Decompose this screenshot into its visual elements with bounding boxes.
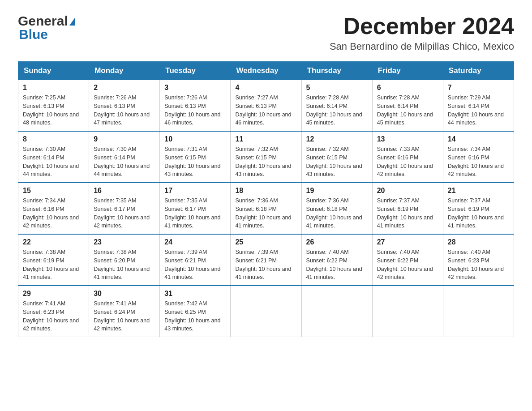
day-number: 29 — [23, 290, 84, 298]
calendar-cell: 6 Sunrise: 7:28 AMSunset: 6:14 PMDayligh… — [372, 80, 443, 132]
day-info: Sunrise: 7:34 AMSunset: 6:16 PMDaylight:… — [23, 197, 79, 229]
day-info: Sunrise: 7:25 AMSunset: 6:13 PMDaylight:… — [23, 94, 79, 126]
calendar-table: Sunday Monday Tuesday Wednesday Thursday… — [18, 61, 514, 337]
day-number: 20 — [377, 187, 438, 195]
day-number: 31 — [164, 290, 226, 298]
calendar-cell: 1 Sunrise: 7:25 AMSunset: 6:13 PMDayligh… — [18, 80, 89, 132]
calendar-cell: 13 Sunrise: 7:33 AMSunset: 6:16 PMDaylig… — [372, 131, 443, 183]
calendar-cell: 2 Sunrise: 7:26 AMSunset: 6:13 PMDayligh… — [89, 80, 160, 132]
day-info: Sunrise: 7:35 AMSunset: 6:17 PMDaylight:… — [94, 197, 150, 229]
col-sunday: Sunday — [18, 62, 89, 80]
calendar-cell: 16 Sunrise: 7:35 AMSunset: 6:17 PMDaylig… — [89, 183, 160, 234]
day-number: 12 — [306, 135, 368, 143]
calendar-cell: 19 Sunrise: 7:36 AMSunset: 6:18 PMDaylig… — [301, 183, 372, 234]
calendar-week-row: 15 Sunrise: 7:34 AMSunset: 6:16 PMDaylig… — [18, 183, 514, 234]
calendar-cell: 17 Sunrise: 7:35 AMSunset: 6:17 PMDaylig… — [160, 183, 231, 234]
calendar-cell: 27 Sunrise: 7:40 AMSunset: 6:22 PMDaylig… — [372, 234, 443, 286]
day-info: Sunrise: 7:41 AMSunset: 6:24 PMDaylight:… — [94, 300, 150, 332]
title-area: December 2024 San Bernardino de Milpilla… — [330, 13, 514, 52]
day-info: Sunrise: 7:28 AMSunset: 6:14 PMDaylight:… — [377, 94, 433, 126]
day-info: Sunrise: 7:26 AMSunset: 6:13 PMDaylight:… — [94, 94, 150, 126]
calendar-cell: 30 Sunrise: 7:41 AMSunset: 6:24 PMDaylig… — [89, 286, 160, 337]
day-number: 15 — [23, 187, 84, 195]
calendar-cell — [443, 286, 514, 337]
day-number: 9 — [94, 135, 155, 143]
calendar-cell: 5 Sunrise: 7:28 AMSunset: 6:14 PMDayligh… — [301, 80, 372, 132]
calendar-cell: 25 Sunrise: 7:39 AMSunset: 6:21 PMDaylig… — [231, 234, 301, 286]
day-number: 6 — [377, 84, 438, 92]
day-number: 17 — [164, 187, 226, 195]
day-number: 26 — [306, 238, 368, 246]
col-friday: Friday — [372, 62, 443, 80]
day-number: 8 — [23, 135, 84, 143]
calendar-week-row: 29 Sunrise: 7:41 AMSunset: 6:23 PMDaylig… — [18, 286, 514, 337]
day-number: 24 — [164, 238, 226, 246]
calendar-cell: 24 Sunrise: 7:39 AMSunset: 6:21 PMDaylig… — [160, 234, 231, 286]
day-info: Sunrise: 7:39 AMSunset: 6:21 PMDaylight:… — [164, 249, 220, 280]
day-number: 10 — [164, 135, 226, 143]
calendar-cell: 11 Sunrise: 7:32 AMSunset: 6:15 PMDaylig… — [231, 131, 301, 183]
calendar-cell — [372, 286, 443, 337]
day-number: 1 — [23, 84, 84, 92]
day-info: Sunrise: 7:40 AMSunset: 6:22 PMDaylight:… — [377, 249, 433, 280]
day-number: 14 — [448, 135, 509, 143]
calendar-week-row: 8 Sunrise: 7:30 AMSunset: 6:14 PMDayligh… — [18, 131, 514, 183]
day-info: Sunrise: 7:34 AMSunset: 6:16 PMDaylight:… — [448, 146, 504, 177]
calendar-cell: 29 Sunrise: 7:41 AMSunset: 6:23 PMDaylig… — [18, 286, 89, 337]
calendar-cell: 3 Sunrise: 7:26 AMSunset: 6:13 PMDayligh… — [160, 80, 231, 132]
calendar-subtitle: San Bernardino de Milpillas Chico, Mexic… — [330, 41, 514, 52]
day-info: Sunrise: 7:38 AMSunset: 6:19 PMDaylight:… — [23, 249, 79, 280]
calendar-cell — [301, 286, 372, 337]
calendar-cell: 4 Sunrise: 7:27 AMSunset: 6:13 PMDayligh… — [231, 80, 301, 132]
calendar-week-row: 1 Sunrise: 7:25 AMSunset: 6:13 PMDayligh… — [18, 80, 514, 132]
calendar-cell: 7 Sunrise: 7:29 AMSunset: 6:14 PMDayligh… — [443, 80, 514, 132]
logo-blue: Blue — [19, 27, 48, 42]
day-info: Sunrise: 7:28 AMSunset: 6:14 PMDaylight:… — [306, 94, 362, 126]
calendar-cell: 15 Sunrise: 7:34 AMSunset: 6:16 PMDaylig… — [18, 183, 89, 234]
day-number: 11 — [235, 135, 296, 143]
day-number: 18 — [235, 187, 296, 195]
calendar-week-row: 22 Sunrise: 7:38 AMSunset: 6:19 PMDaylig… — [18, 234, 514, 286]
day-number: 21 — [448, 187, 509, 195]
day-info: Sunrise: 7:39 AMSunset: 6:21 PMDaylight:… — [235, 249, 291, 280]
day-number: 2 — [94, 84, 155, 92]
day-info: Sunrise: 7:27 AMSunset: 6:13 PMDaylight:… — [235, 94, 291, 126]
day-number: 23 — [94, 238, 155, 246]
day-info: Sunrise: 7:37 AMSunset: 6:19 PMDaylight:… — [377, 197, 433, 229]
col-wednesday: Wednesday — [231, 62, 301, 80]
day-info: Sunrise: 7:40 AMSunset: 6:23 PMDaylight:… — [448, 249, 504, 280]
day-info: Sunrise: 7:37 AMSunset: 6:19 PMDaylight:… — [448, 197, 504, 229]
calendar-cell: 14 Sunrise: 7:34 AMSunset: 6:16 PMDaylig… — [443, 131, 514, 183]
day-number: 4 — [235, 84, 296, 92]
calendar-cell: 18 Sunrise: 7:36 AMSunset: 6:18 PMDaylig… — [231, 183, 301, 234]
day-info: Sunrise: 7:38 AMSunset: 6:20 PMDaylight:… — [94, 249, 150, 280]
day-number: 7 — [448, 84, 509, 92]
calendar-cell: 22 Sunrise: 7:38 AMSunset: 6:19 PMDaylig… — [18, 234, 89, 286]
day-info: Sunrise: 7:29 AMSunset: 6:14 PMDaylight:… — [448, 94, 504, 126]
day-info: Sunrise: 7:36 AMSunset: 6:18 PMDaylight:… — [235, 197, 291, 229]
col-tuesday: Tuesday — [160, 62, 231, 80]
day-info: Sunrise: 7:40 AMSunset: 6:22 PMDaylight:… — [306, 249, 362, 280]
day-number: 13 — [377, 135, 438, 143]
col-monday: Monday — [89, 62, 160, 80]
calendar-cell: 28 Sunrise: 7:40 AMSunset: 6:23 PMDaylig… — [443, 234, 514, 286]
day-number: 5 — [306, 84, 368, 92]
calendar-cell: 20 Sunrise: 7:37 AMSunset: 6:19 PMDaylig… — [372, 183, 443, 234]
day-number: 3 — [164, 84, 226, 92]
calendar-cell: 10 Sunrise: 7:31 AMSunset: 6:15 PMDaylig… — [160, 131, 231, 183]
calendar-cell — [231, 286, 301, 337]
calendar-cell: 31 Sunrise: 7:42 AMSunset: 6:25 PMDaylig… — [160, 286, 231, 337]
day-info: Sunrise: 7:32 AMSunset: 6:15 PMDaylight:… — [235, 146, 291, 177]
day-info: Sunrise: 7:35 AMSunset: 6:17 PMDaylight:… — [164, 197, 220, 229]
calendar-body: 1 Sunrise: 7:25 AMSunset: 6:13 PMDayligh… — [18, 80, 514, 337]
day-info: Sunrise: 7:33 AMSunset: 6:16 PMDaylight:… — [377, 146, 433, 177]
calendar-title: December 2024 — [330, 13, 514, 39]
day-number: 16 — [94, 187, 155, 195]
day-number: 27 — [377, 238, 438, 246]
calendar-cell: 8 Sunrise: 7:30 AMSunset: 6:14 PMDayligh… — [18, 131, 89, 183]
logo: General Blue — [18, 13, 75, 42]
day-info: Sunrise: 7:26 AMSunset: 6:13 PMDaylight:… — [164, 94, 220, 126]
day-number: 28 — [448, 238, 509, 246]
logo-general: General — [18, 13, 68, 29]
day-number: 19 — [306, 187, 368, 195]
